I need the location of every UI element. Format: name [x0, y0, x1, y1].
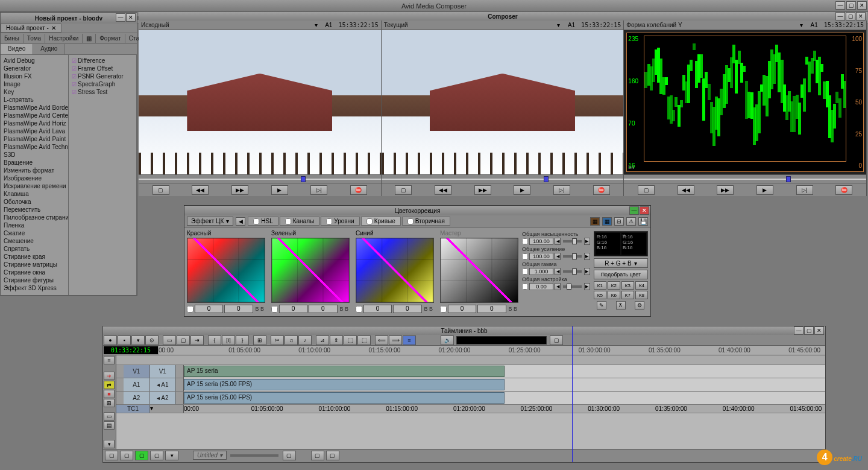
track-toggle-l[interactable]	[116, 365, 124, 378]
tl-tool1-icon[interactable]: ▭	[104, 412, 115, 421]
effect-category[interactable]: Искривление времени	[2, 182, 66, 190]
transport-btn-1[interactable]: ◀◀	[192, 185, 209, 195]
effect-category[interactable]: L-спрятать	[2, 96, 66, 104]
track-toggle-r[interactable]	[176, 392, 183, 404]
match-color-button[interactable]: Подобрать цвет	[594, 270, 648, 279]
effect-category[interactable]: Пленка	[2, 221, 66, 229]
source-scrubber[interactable]	[139, 174, 381, 183]
correction-preset[interactable]: К8	[635, 291, 648, 299]
tl-tool-24[interactable]: ⟸	[375, 335, 388, 345]
correction-preset[interactable]: К4	[635, 281, 648, 290]
clip[interactable]: AP 15 seria	[184, 366, 505, 377]
subtab-video[interactable]: Видео	[1, 44, 33, 54]
project-file-tab[interactable]: Новый проект -✕	[1, 24, 61, 33]
effect-category[interactable]: Пилообразное стирание	[2, 214, 66, 221]
correction-preset[interactable]: К7	[621, 291, 634, 299]
transport-btn-2[interactable]: ▶▶	[717, 185, 734, 195]
track-toggle-r[interactable]	[176, 365, 183, 378]
tlf-btn4[interactable]: ▢	[283, 451, 296, 460]
transport-btn-4[interactable]: ▷|	[796, 185, 813, 195]
effect-category[interactable]: Стирание окна	[2, 268, 66, 276]
curve-in[interactable]: 0	[448, 305, 476, 313]
effect-category[interactable]: Изменить формат	[2, 167, 66, 174]
tl-tool-9[interactable]: {	[208, 335, 221, 345]
record-scrubber[interactable]	[382, 174, 624, 183]
subtab-audio[interactable]: Аудио	[33, 44, 65, 54]
transport-btn-4[interactable]: ▷|	[553, 185, 570, 195]
composer-minimize[interactable]: —	[835, 12, 845, 21]
project-tab-3[interactable]: Формат	[96, 34, 125, 43]
track-toggle-l[interactable]	[116, 392, 124, 404]
cc-reset-icon[interactable]: ⊟	[614, 217, 624, 226]
effect-category[interactable]: Illusion FX	[2, 72, 66, 80]
cc-scope2-icon[interactable]: ▦	[602, 217, 612, 226]
track-src-selector[interactable]: A1	[124, 378, 150, 391]
minimize-button[interactable]: —	[835, 1, 845, 10]
curve-in[interactable]: 0	[363, 305, 392, 313]
cc-effect-dropdown[interactable]: Эффект ЦК▾	[187, 217, 233, 226]
tc-track-toggle[interactable]: ▾	[150, 405, 157, 413]
effect-category[interactable]: Спрятать	[2, 245, 66, 253]
waveform-track[interactable]: A1	[808, 22, 820, 28]
curve-in[interactable]: 0	[279, 305, 307, 313]
record-track[interactable]: A1	[565, 22, 577, 28]
effect-category[interactable]: PlasmaWipe Avid Techno	[2, 143, 66, 151]
curve-cb[interactable]	[356, 306, 362, 313]
cc-tab-checkbox[interactable]	[253, 218, 259, 224]
tl-extract-icon[interactable]: ■	[104, 390, 115, 398]
tl-tool-6[interactable]: ▢	[177, 335, 190, 345]
track-toggle-l[interactable]	[116, 378, 124, 391]
tl-minimize[interactable]: —	[794, 326, 804, 335]
effect-item[interactable]: Difference	[71, 57, 134, 65]
remove-cc-icon[interactable]: ⊼	[616, 301, 626, 310]
waveform-scrubber[interactable]	[624, 174, 866, 183]
correction-preset[interactable]: К1	[594, 281, 606, 290]
curve-cb[interactable]	[187, 306, 193, 313]
effect-category[interactable]: Смешение	[2, 237, 66, 245]
tl-tool-22[interactable]: ⬚	[357, 335, 371, 345]
slider-track[interactable]	[563, 270, 582, 273]
tlf-btn1[interactable]: ▢	[105, 451, 118, 460]
curve-out[interactable]: 0	[224, 305, 253, 313]
cc-warning-icon[interactable]: ⚠	[626, 217, 636, 226]
tl-overwrite-icon[interactable]: ⇄	[104, 381, 115, 389]
source-viewer[interactable]	[139, 30, 381, 174]
slider-track[interactable]	[563, 240, 582, 243]
effect-item[interactable]: PSNR Generator	[71, 72, 134, 80]
cc-minimize[interactable]: —	[629, 206, 639, 215]
cc-tab-checkbox[interactable]	[366, 218, 373, 224]
transport-btn-1[interactable]: ◀◀	[435, 185, 451, 195]
slider-enable[interactable]	[522, 253, 528, 259]
effect-category[interactable]: Сжатие	[2, 229, 66, 237]
eyedropper-icon[interactable]: ✎	[597, 301, 606, 310]
cc-tab-checkbox[interactable]	[285, 218, 291, 224]
tlf-btn2[interactable]: ▢	[120, 451, 133, 460]
track-toggle-r[interactable]	[176, 378, 183, 391]
tl-bottom-icon[interactable]: ▾	[104, 440, 115, 448]
slider-enable[interactable]	[522, 268, 528, 275]
correction-preset[interactable]: К2	[608, 281, 620, 290]
effect-category[interactable]: Оболочка	[2, 198, 66, 206]
effect-category[interactable]: PlasmaWipe Avid Lava	[2, 127, 66, 135]
effect-category[interactable]: PlasmaWipe Avid Paint	[2, 135, 66, 143]
project-tab-1[interactable]: Тома	[24, 34, 45, 43]
cc-tab-Вторичная[interactable]: Вторичная	[402, 217, 450, 226]
effect-category[interactable]: Generator	[2, 65, 66, 72]
tl-tool-2[interactable]: ▾	[131, 335, 145, 345]
track-rec-selector[interactable]: V1	[150, 365, 177, 378]
waveform-dropdown-icon[interactable]: ▾	[799, 22, 805, 28]
correction-preset[interactable]: К3	[621, 281, 634, 290]
track-rec-selector[interactable]: ◂ A1	[150, 378, 177, 391]
tl-tool-5[interactable]: ▭	[163, 335, 176, 345]
track-src-selector[interactable]: V1	[124, 365, 150, 378]
curve-cb[interactable]	[440, 306, 447, 313]
tl-tool-25[interactable]: ⟹	[389, 335, 402, 345]
tl-meter-toggle[interactable]: ▢	[550, 335, 563, 345]
slider-dec[interactable]: ◀	[555, 283, 561, 290]
tl-tool-3[interactable]: ⊙	[145, 335, 159, 345]
effect-category[interactable]: Стирание края	[2, 253, 66, 261]
transport-btn-2[interactable]: ▶▶	[474, 185, 491, 195]
clip[interactable]: AP 15 seria (25.00 FPS)	[184, 379, 505, 390]
effect-category[interactable]: S3D	[2, 151, 66, 159]
slider-track[interactable]	[563, 285, 582, 288]
